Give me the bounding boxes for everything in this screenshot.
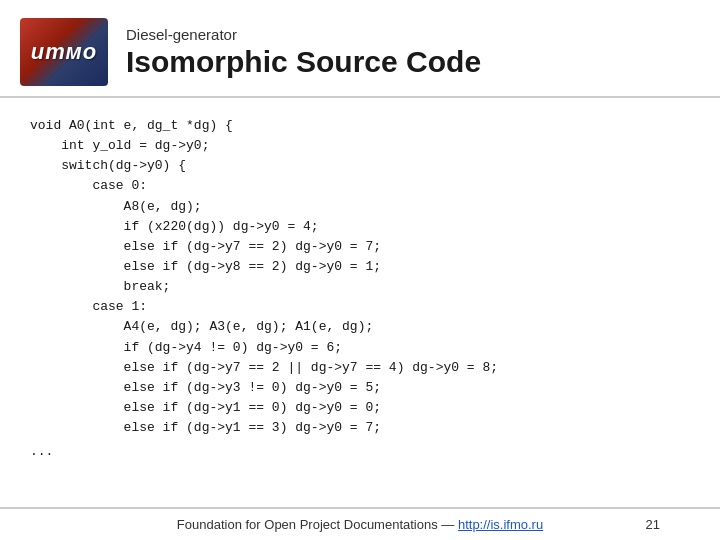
footer: Foundation for Open Project Documentatio… [0, 507, 720, 540]
slide: итмо Diesel-generator Isomorphic Source … [0, 0, 720, 540]
content-area: void A0(int e, dg_t *dg) { int y_old = d… [0, 98, 720, 507]
code-line: switch(dg->y0) { [30, 156, 690, 176]
code-line: else if (dg->y1 == 0) dg->y0 = 0; [30, 398, 690, 418]
code-line: else if (dg->y7 == 2) dg->y0 = 7; [30, 237, 690, 257]
code-line: break; [30, 277, 690, 297]
code-line: else if (dg->y3 != 0) dg->y0 = 5; [30, 378, 690, 398]
code-line: int y_old = dg->y0; [30, 136, 690, 156]
code-ellipsis: ... [30, 442, 690, 462]
code-line: if (dg->y4 != 0) dg->y0 = 6; [30, 338, 690, 358]
footer-wrapper: Foundation for Open Project Documentatio… [30, 517, 690, 532]
code-line: A4(e, dg); A3(e, dg); A1(e, dg); [30, 317, 690, 337]
code-line: A8(e, dg); [30, 197, 690, 217]
header: итмо Diesel-generator Isomorphic Source … [0, 0, 720, 98]
slide-subtitle: Diesel-generator [126, 26, 481, 43]
code-line: case 1: [30, 297, 690, 317]
logo: итмо [20, 18, 108, 86]
code-line: else if (dg->y1 == 3) dg->y0 = 7; [30, 418, 690, 438]
page-number: 21 [646, 517, 660, 532]
header-titles: Diesel-generator Isomorphic Source Code [126, 26, 481, 78]
code-line: else if (dg->y7 == 2 || dg->y7 == 4) dg-… [30, 358, 690, 378]
code-block: void A0(int e, dg_t *dg) { int y_old = d… [30, 116, 690, 438]
code-line: else if (dg->y8 == 2) dg->y0 = 1; [30, 257, 690, 277]
code-line: if (x220(dg)) dg->y0 = 4; [30, 217, 690, 237]
code-line: case 0: [30, 176, 690, 196]
footer-link[interactable]: http://is.ifmo.ru [458, 517, 543, 532]
slide-main-title: Isomorphic Source Code [126, 45, 481, 78]
logo-text: итмо [31, 39, 97, 65]
logo-inner: итмо [20, 18, 108, 86]
code-line: void A0(int e, dg_t *dg) { [30, 116, 690, 136]
footer-label: Foundation for Open Project Documentatio… [177, 517, 543, 532]
